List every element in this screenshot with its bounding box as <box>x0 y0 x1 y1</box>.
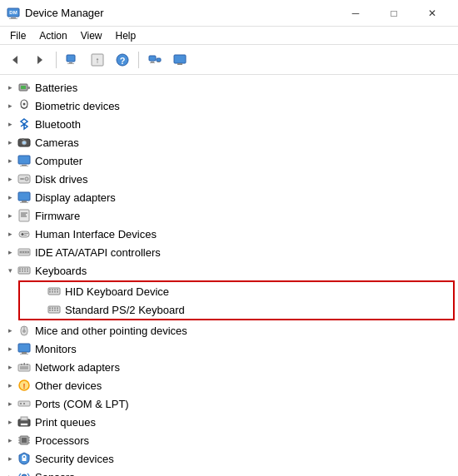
tree-item-computer[interactable]: ▸ Computer <box>0 151 458 170</box>
svg-rect-35 <box>20 178 24 180</box>
minimize-button[interactable]: ─ <box>336 0 375 27</box>
tree-item-hid-keyboard[interactable]: HID Keyboard Device <box>20 282 453 300</box>
svg-rect-98 <box>21 424 27 425</box>
tree-item-processors[interactable]: ▸ Processors <box>0 431 458 449</box>
toolbar-back[interactable] <box>3 48 27 72</box>
svg-text:!: ! <box>23 382 26 390</box>
label-bluetooth: Bluetooth <box>35 118 81 131</box>
svg-rect-15 <box>150 62 155 63</box>
tree-item-bluetooth[interactable]: ▸ Bluetooth <box>0 115 458 133</box>
svg-point-51 <box>25 251 27 253</box>
label-security: Security devices <box>35 453 114 465</box>
expand-computer[interactable]: ▸ <box>3 154 17 167</box>
expand-printqueues[interactable]: ▸ <box>3 415 17 429</box>
tree-item-ideata[interactable]: ▸ IDE ATA/ATAPI controllers <box>0 243 458 261</box>
tree-item-sensors[interactable]: ▸ Sensors <box>0 468 458 476</box>
expand-cameras[interactable]: ▸ <box>3 136 17 149</box>
toolbar-sep-2 <box>138 52 139 68</box>
tree-item-standard-ps2[interactable]: Standard PS/2 Keyboard <box>20 300 453 319</box>
tree-item-displayadapters[interactable]: ▸ Display adapters <box>0 188 458 206</box>
toolbar-update[interactable]: ↑ <box>86 48 109 72</box>
svg-rect-63 <box>49 290 51 291</box>
svg-rect-21 <box>27 87 30 89</box>
expand-diskdrives[interactable]: ▸ <box>3 172 17 186</box>
expand-keyboards[interactable]: ▾ <box>3 264 17 277</box>
svg-rect-74 <box>54 308 56 310</box>
main-area: ▸ Batteries ▸ Biometric devices ▸ Blueto… <box>0 75 458 476</box>
expand-sensors[interactable]: ▸ <box>3 470 17 476</box>
label-cameras: Cameras <box>35 136 79 149</box>
expand-ideata[interactable]: ▸ <box>3 245 17 259</box>
tree-item-mice[interactable]: ▸ Mice and other pointing devices <box>0 321 458 340</box>
toolbar-forward[interactable] <box>28 48 52 72</box>
icon-ports <box>17 396 32 411</box>
tree-item-printqueues[interactable]: ▸ Print queues <box>0 413 458 431</box>
expand-processors[interactable]: ▸ <box>3 434 17 447</box>
close-button[interactable]: ✕ <box>413 0 451 27</box>
maximize-button[interactable]: □ <box>375 0 413 27</box>
svg-point-44 <box>22 233 24 236</box>
tree-item-cameras[interactable]: ▸ Cameras <box>0 133 458 151</box>
icon-processors <box>17 433 32 448</box>
icon-standard-ps2 <box>47 302 62 317</box>
icon-mice <box>17 323 32 338</box>
tree-item-keyboards[interactable]: ▾ Keyboards <box>0 261 458 280</box>
svg-text:?: ? <box>120 56 126 66</box>
svg-rect-60 <box>24 270 26 272</box>
toolbar-devices[interactable] <box>143 48 167 72</box>
svg-rect-73 <box>52 308 53 310</box>
svg-rect-18 <box>174 55 186 63</box>
icon-otherdevices: ! <box>17 378 32 393</box>
svg-rect-65 <box>54 290 56 291</box>
toolbar-help[interactable]: ? <box>111 48 134 72</box>
svg-rect-46 <box>24 235 27 236</box>
expand-biometric[interactable]: ▸ <box>3 99 17 112</box>
expand-networkadapters[interactable]: ▸ <box>3 360 17 374</box>
menu-help[interactable]: Help <box>109 28 143 43</box>
label-keyboards: Keyboards <box>35 265 87 277</box>
tree-item-security[interactable]: ▸ Security devices <box>0 449 458 468</box>
expand-standard-ps2 <box>33 303 47 316</box>
expand-bluetooth[interactable]: ▸ <box>3 117 17 131</box>
toolbar-properties[interactable] <box>61 48 84 72</box>
expand-displayadapters[interactable]: ▸ <box>3 191 17 204</box>
label-mice: Mice and other pointing devices <box>35 325 187 337</box>
svg-rect-107 <box>22 458 27 461</box>
tree-item-networkadapters[interactable]: ▸ Network adapters <box>0 358 458 376</box>
tree-item-diskdrives[interactable]: ▸ Disk drives <box>0 170 458 188</box>
expand-monitors[interactable]: ▸ <box>3 342 17 355</box>
expand-otherdevices[interactable]: ▸ <box>3 379 17 392</box>
tree-view[interactable]: ▸ Batteries ▸ Biometric devices ▸ Blueto… <box>0 75 458 476</box>
expand-mice[interactable]: ▸ <box>3 324 17 337</box>
expand-security[interactable]: ▸ <box>3 452 17 465</box>
icon-monitors <box>17 341 32 356</box>
expand-batteries[interactable]: ▸ <box>3 81 17 94</box>
expand-hid[interactable]: ▸ <box>3 227 17 240</box>
svg-rect-68 <box>52 291 53 293</box>
tree-item-biometric[interactable]: ▸ Biometric devices <box>0 97 458 115</box>
icon-computer <box>17 153 32 168</box>
tree-item-otherdevices[interactable]: ▸ ! Other devices <box>0 376 458 394</box>
svg-rect-37 <box>22 201 27 202</box>
icon-ideata <box>17 245 32 260</box>
expand-firmware[interactable]: ▸ <box>3 209 17 222</box>
tree-item-monitors[interactable]: ▸ Monitors <box>0 340 458 358</box>
icon-networkadapters <box>17 359 32 374</box>
tree-item-batteries[interactable]: ▸ Batteries <box>0 78 458 97</box>
toolbar-view[interactable] <box>168 48 192 72</box>
tree-item-ports[interactable]: ▸ Ports (COM & LPT) <box>0 394 458 413</box>
svg-rect-56 <box>24 269 26 270</box>
label-batteries: Batteries <box>35 82 77 94</box>
svg-rect-100 <box>22 438 27 443</box>
menu-action[interactable]: Action <box>32 28 73 43</box>
menu-file[interactable]: File <box>3 28 32 43</box>
icon-displayadapters <box>17 190 32 205</box>
svg-rect-77 <box>52 310 53 311</box>
label-monitors: Monitors <box>35 343 77 355</box>
label-hid-keyboard: HID Keyboard Device <box>65 285 169 298</box>
tree-item-firmware[interactable]: ▸ Firmware <box>0 206 458 225</box>
svg-rect-79 <box>57 310 58 311</box>
menu-view[interactable]: View <box>74 28 109 43</box>
expand-ports[interactable]: ▸ <box>3 397 17 410</box>
tree-item-hid[interactable]: ▸ Human Interface Devices <box>0 225 458 243</box>
